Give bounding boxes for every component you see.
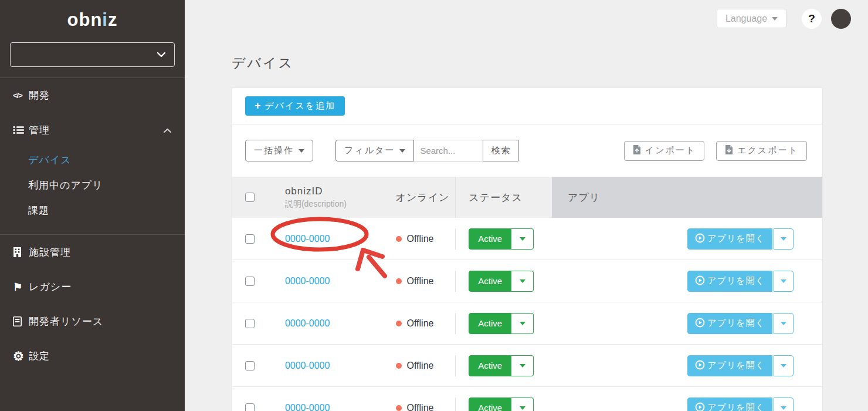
sidebar-item-development[interactable]: </> 開発 — [0, 78, 185, 113]
device-id-link[interactable]: 0000-0000 — [285, 234, 382, 244]
search-input[interactable] — [414, 140, 483, 161]
status-dropdown-toggle[interactable] — [511, 313, 534, 334]
table-row: 0000-0000 Offline Active アプリを開く — [232, 387, 822, 411]
open-app-label: アプリを開く — [707, 318, 765, 329]
column-header-description: 説明(description) — [285, 199, 382, 210]
file-export-icon — [725, 145, 733, 156]
user-avatar[interactable] — [831, 9, 851, 29]
sidebar-item-developer-resources[interactable]: 開発者リソース — [0, 304, 185, 339]
filter-label: フィルター — [344, 145, 395, 156]
status-active-button[interactable]: Active — [469, 313, 511, 334]
open-app-label: アプリを開く — [707, 233, 765, 244]
logo-text: ob — [67, 9, 91, 30]
filter-dropdown[interactable]: フィルター — [335, 140, 414, 161]
code-icon: </> — [13, 91, 29, 100]
language-dropdown[interactable]: Language — [717, 9, 786, 28]
open-app-dropdown-toggle[interactable] — [774, 397, 794, 411]
card-header: + デバイスを追加 — [232, 88, 822, 124]
caret-down-icon — [520, 237, 525, 241]
main-content: デバイス + デバイスを追加 一括操作 フィルター 検索 — [185, 0, 868, 411]
open-app-dropdown-toggle[interactable] — [774, 355, 794, 376]
sidebar-item-label: 設定 — [29, 349, 50, 363]
status-dropdown-toggle[interactable] — [511, 355, 534, 376]
sidebar-item-label: 開発者リソース — [29, 315, 103, 328]
spacer — [0, 223, 185, 234]
sidebar-item-apps-in-use[interactable]: 利用中のアプリ — [0, 173, 185, 198]
sidebar-item-label: デバイス — [28, 153, 72, 167]
device-id-link[interactable]: 0000-0000 — [285, 276, 382, 287]
play-circle-icon — [695, 275, 705, 287]
help-label: ? — [808, 12, 815, 25]
caret-down-icon — [781, 406, 786, 410]
status-active-button[interactable]: Active — [469, 271, 511, 292]
open-app-button[interactable]: アプリを開く — [687, 228, 772, 250]
open-app-button[interactable]: アプリを開く — [687, 271, 772, 292]
row-checkbox[interactable] — [245, 403, 255, 411]
open-app-button[interactable]: アプリを開く — [687, 397, 772, 411]
building-icon — [13, 247, 29, 257]
row-checkbox[interactable] — [245, 361, 255, 370]
caret-down-icon — [781, 237, 786, 241]
sidebar-item-management[interactable]: 管理 — [0, 113, 185, 147]
caret-down-icon — [520, 406, 525, 410]
open-app-button[interactable]: アプリを開く — [687, 355, 772, 376]
sidebar: obniz </> 開発 管理 デバイス 利用中のアプリ 課題 施設管理 ⚑ レ… — [0, 0, 185, 411]
bulk-actions-dropdown[interactable]: 一括操作 — [245, 140, 313, 161]
column-header-obnizid: obnizID — [285, 186, 382, 197]
row-checkbox[interactable] — [245, 319, 255, 328]
plus-icon: + — [255, 100, 261, 112]
table-row: 0000-0000 Offline Active アプリを開く — [232, 345, 822, 387]
add-device-button[interactable]: + デバイスを追加 — [245, 96, 345, 116]
import-label: インポート — [645, 145, 696, 156]
status-dropdown-toggle[interactable] — [511, 228, 534, 250]
sidebar-item-label: 管理 — [29, 123, 50, 137]
sidebar-item-issues[interactable]: 課題 — [0, 198, 185, 223]
book-icon — [13, 316, 29, 326]
play-circle-icon — [695, 360, 705, 372]
open-app-dropdown-toggle[interactable] — [774, 228, 794, 250]
sidebar-item-legacy[interactable]: ⚑ レガシー — [0, 269, 185, 304]
workspace-select[interactable] — [10, 42, 175, 67]
export-label: エクスポート — [737, 145, 798, 156]
open-app-button[interactable]: アプリを開く — [687, 313, 772, 334]
column-header-app: アプリ — [568, 191, 600, 204]
gear-icon: ⚙ — [13, 350, 29, 362]
sidebar-item-settings[interactable]: ⚙ 設定 — [0, 339, 185, 373]
column-header-online: オンライン — [396, 191, 450, 204]
status-active-button[interactable]: Active — [469, 397, 511, 411]
device-id-link[interactable]: 0000-0000 — [285, 361, 382, 371]
search-button[interactable]: 検索 — [483, 140, 519, 161]
import-button[interactable]: インポート — [624, 141, 704, 161]
sidebar-item-label: 施設管理 — [29, 245, 71, 259]
list-icon — [13, 126, 29, 134]
management-submenu: デバイス 利用中のアプリ 課題 — [0, 147, 185, 223]
flag-icon: ⚑ — [13, 282, 29, 292]
open-app-label: アプリを開く — [707, 360, 765, 371]
column-header-status: ステータス — [469, 191, 523, 204]
row-checkbox[interactable] — [245, 234, 255, 244]
status-active-button[interactable]: Active — [469, 228, 511, 250]
table-row: 0000-0000 Offline Active アプリを開く — [232, 302, 822, 345]
select-all-checkbox[interactable] — [245, 193, 255, 202]
online-status: Offline — [407, 318, 434, 329]
open-app-dropdown-toggle[interactable] — [774, 313, 794, 334]
add-device-label: デバイスを追加 — [265, 100, 336, 112]
sidebar-item-facility-management[interactable]: 施設管理 — [0, 235, 185, 269]
caret-down-icon — [781, 364, 786, 368]
page-title: デバイス — [232, 54, 868, 72]
file-import-icon — [633, 145, 641, 156]
online-status: Offline — [407, 234, 434, 244]
status-dropdown-toggle[interactable] — [511, 397, 534, 411]
export-button[interactable]: エクスポート — [716, 141, 807, 161]
device-id-link[interactable]: 0000-0000 — [285, 403, 382, 411]
row-checkbox[interactable] — [245, 277, 255, 286]
obniz-logo: obniz — [0, 0, 185, 33]
sidebar-item-devices[interactable]: デバイス — [0, 147, 185, 173]
sidebar-item-label: レガシー — [29, 280, 72, 294]
open-app-dropdown-toggle[interactable] — [774, 271, 794, 292]
status-active-button[interactable]: Active — [469, 355, 511, 376]
help-button[interactable]: ? — [802, 9, 822, 29]
device-id-link[interactable]: 0000-0000 — [285, 318, 382, 329]
status-dropdown-toggle[interactable] — [511, 271, 534, 292]
online-status: Offline — [407, 403, 434, 411]
